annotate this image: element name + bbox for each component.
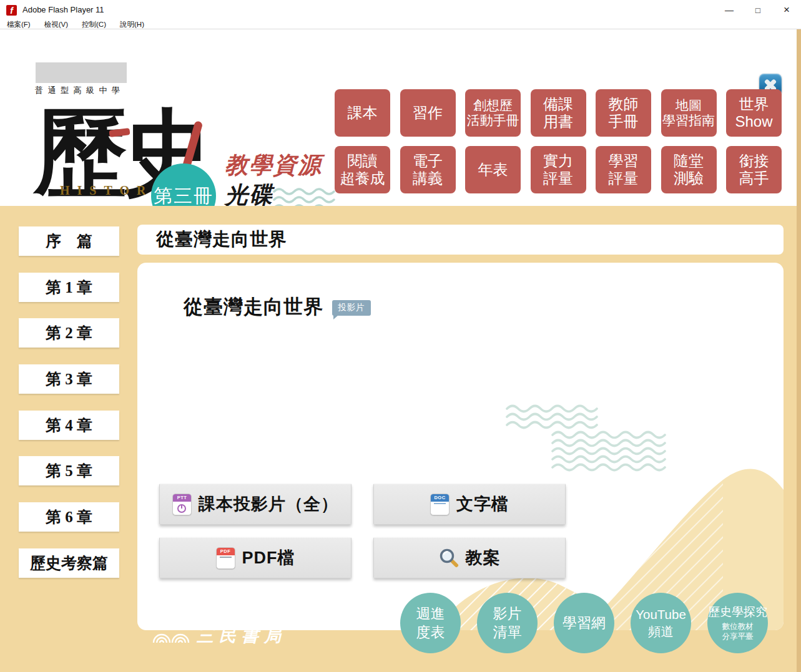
section-title: 從臺灣走向世界: [156, 227, 287, 252]
button-label: 文字檔: [456, 493, 509, 515]
publisher-name: 三民書局: [197, 625, 287, 647]
menu-bar: 檔案(F) 檢視(V) 控制(C) 說明(H): [0, 20, 801, 29]
tab-e-lecture[interactable]: 電子 講義: [400, 146, 456, 193]
content-panel: 從臺灣走向世界 投影片: [137, 263, 784, 630]
sidebar-item-ch1[interactable]: 第 1 章: [19, 273, 119, 302]
slides-tag: 投影片: [332, 300, 371, 316]
window-title: Adobe Flash Player 11: [22, 5, 104, 14]
tab-textbook[interactable]: 課本: [335, 89, 390, 137]
tab-workbook[interactable]: 習作: [400, 89, 456, 137]
button-text-file[interactable]: DOC 文字檔: [373, 484, 566, 525]
publisher-logo-placeholder: [36, 62, 127, 83]
tab-timeline[interactable]: 年表: [465, 146, 521, 193]
window-titlebar: f Adobe Flash Player 11 — □ ×: [0, 0, 801, 20]
resource-tabs: 課本 習作 創想歷 活動手冊 備課 用書 教師 手冊 地圖 學習指南 世界 Sh…: [335, 89, 784, 193]
circle-history-inquiry[interactable]: 歷史學探究 數位教材 分享平臺: [707, 593, 768, 653]
tab-teacher-manual[interactable]: 教師 手冊: [596, 89, 651, 137]
tab-map-study-guide[interactable]: 地圖 學習指南: [661, 89, 717, 137]
volume-label: 第三冊: [154, 183, 214, 209]
panel-heading: 從臺灣走向世界: [184, 294, 323, 320]
circle-video-list[interactable]: 影片 清單: [477, 593, 538, 653]
button-slides-all[interactable]: PTT 課本投影片（全）: [159, 484, 351, 525]
tab-quiz[interactable]: 隨堂 測驗: [661, 146, 717, 193]
flash-player-window: f Adobe Flash Player 11 — □ × 檔案(F) 檢視(V…: [0, 0, 801, 672]
ppt-file-icon: PTT: [172, 494, 192, 515]
circle-weekly-schedule[interactable]: 週進 度表: [400, 593, 461, 653]
close-button[interactable]: ×: [772, 0, 801, 20]
sidebar-item-ch6[interactable]: 第 6 章: [19, 502, 119, 532]
sidebar-item-ch2[interactable]: 第 2 章: [19, 318, 119, 348]
doc-file-icon: DOC: [430, 494, 450, 515]
tab-lesson-prep-book[interactable]: 備課 用書: [531, 89, 586, 137]
menu-file[interactable]: 檔案(F): [0, 20, 37, 29]
button-pdf-file[interactable]: PDF PDF檔: [159, 537, 351, 578]
button-lesson-plan[interactable]: 教案: [373, 537, 566, 578]
sidebar-item-intro[interactable]: 序 篇: [19, 226, 119, 256]
school-type-label: 普通型高級中學: [35, 85, 125, 96]
wave-decoration: [506, 404, 601, 430]
button-label: 課本投影片（全）: [199, 493, 338, 515]
rainbow-arches-icon: [152, 626, 190, 645]
maximize-button[interactable]: □: [744, 0, 772, 20]
circle-sublabel: 數位教材 分享平臺: [722, 621, 754, 642]
minimize-button[interactable]: —: [715, 0, 744, 20]
menu-control[interactable]: 控制(C): [75, 20, 113, 29]
sidebar-item-field-study[interactable]: 歷史考察篇: [19, 548, 119, 578]
circle-learning-site[interactable]: 學習網: [554, 593, 614, 653]
tab-bridging-master[interactable]: 銜接 高手: [726, 146, 782, 193]
tab-learning-assessment[interactable]: 學習 評量: [596, 146, 651, 193]
sidebar-item-ch3[interactable]: 第 3 章: [19, 364, 119, 394]
menu-help[interactable]: 說明(H): [113, 20, 151, 29]
stage-edge-strip: [797, 29, 801, 672]
tab-activity-handbook[interactable]: 創想歷 活動手冊: [465, 89, 521, 137]
sidebar-item-ch4[interactable]: 第 4 章: [19, 411, 119, 440]
magnifier-icon: [439, 548, 459, 568]
publisher-logo: 三民書局: [152, 625, 287, 647]
circle-youtube-channel[interactable]: YouTube 頻道: [631, 593, 691, 653]
header-band: 普通型高級中學 歷史 HISTORY 第三冊 教學資源 光碟 課本 習作 創想歷…: [0, 29, 801, 206]
button-label: PDF檔: [242, 547, 295, 569]
section-title-bar: 從臺灣走向世界: [137, 225, 784, 255]
flash-player-icon: f: [6, 5, 17, 16]
tab-world-show[interactable]: 世界 Show: [726, 89, 782, 137]
tab-ability-assessment[interactable]: 實力 評量: [531, 146, 586, 193]
tab-reading-plus[interactable]: 閱讀 超養成: [335, 146, 390, 193]
sidebar-item-ch5[interactable]: 第 5 章: [19, 456, 119, 485]
button-label: 教案: [466, 547, 501, 569]
tagline-teaching-resources: 教學資源: [225, 150, 322, 181]
pdf-file-icon: PDF: [216, 547, 235, 569]
menu-view[interactable]: 檢視(V): [37, 20, 75, 29]
